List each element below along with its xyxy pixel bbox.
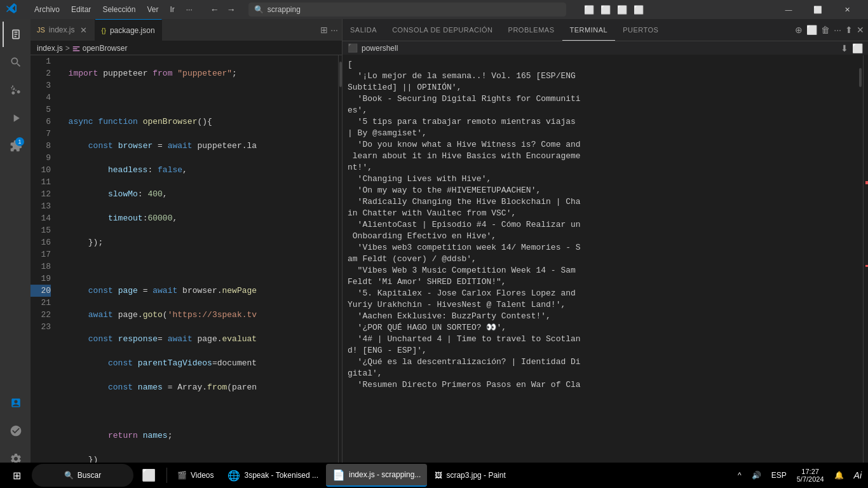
code-editor[interactable]: 1 2 3 4 5 6 7 8 9 10 11 12 13 14 15 16 1 bbox=[31, 55, 342, 474]
code-line-7: timeout:60000, bbox=[58, 212, 338, 224]
tab-actions: ⊞ ··· bbox=[316, 19, 342, 41]
search-bar[interactable]: 🔍 Buscar bbox=[32, 464, 133, 487]
nav-forward[interactable]: → bbox=[224, 3, 238, 16]
kill-terminal-icon[interactable]: 🗑 bbox=[821, 25, 830, 35]
activity-source-control[interactable] bbox=[3, 78, 28, 103]
tray-language[interactable]: ESP bbox=[768, 468, 790, 482]
panel-tab-terminal[interactable]: TERMINAL bbox=[562, 19, 616, 41]
split-terminal-icon[interactable]: ⬜ bbox=[806, 25, 817, 35]
panel-tab-salida[interactable]: SALIDA bbox=[342, 19, 384, 41]
tray-notifications[interactable]: 🔔 bbox=[831, 468, 848, 482]
tab-js-icon: JS bbox=[37, 26, 45, 34]
videos-icon: 🎬 bbox=[177, 471, 187, 480]
task-view-button[interactable]: ⬜ bbox=[135, 464, 163, 487]
minimize-button[interactable]: — bbox=[774, 0, 803, 19]
tab-label: index.js bbox=[49, 25, 75, 34]
paint-label: scrap3.jpg - Paint bbox=[446, 471, 505, 480]
code-line-5: headless: false, bbox=[58, 164, 338, 176]
breadcrumb-file[interactable]: index.js bbox=[37, 44, 63, 53]
code-line-2 bbox=[58, 92, 338, 104]
menu-more[interactable]: ··· bbox=[181, 4, 198, 15]
vscode-icon bbox=[6, 3, 17, 16]
menu-archivo[interactable]: Archivo bbox=[29, 4, 65, 15]
code-line-9 bbox=[58, 261, 338, 273]
activity-search[interactable] bbox=[3, 50, 28, 75]
toggle-panel-icon[interactable]: ⬜ bbox=[598, 4, 613, 16]
titlebar: Archivo Editar Selección Ver Ir ··· ← → … bbox=[0, 0, 868, 19]
taskbar-app-vscode[interactable]: 📄 index.js - scrapping... bbox=[326, 464, 427, 487]
task-view-icon: ⬜ bbox=[142, 468, 156, 482]
nav-back[interactable]: ← bbox=[208, 3, 222, 16]
taskbar-separator bbox=[166, 468, 167, 483]
panel-tab-problemas[interactable]: PROBLEMAS bbox=[501, 19, 562, 41]
tray-volume[interactable]: 🔊 bbox=[748, 468, 765, 482]
windows-icon: ⊞ bbox=[13, 470, 21, 482]
powershell-icon: ⬛ bbox=[348, 43, 358, 53]
terminal-label[interactable]: powershell bbox=[362, 44, 398, 53]
tab-package-json[interactable]: {} package.json bbox=[95, 19, 162, 41]
panel-scrollbar[interactable] bbox=[858, 55, 863, 474]
taskbar-app-videos[interactable]: 🎬 Videos bbox=[171, 464, 220, 487]
toggle-sidebar-icon[interactable]: ⬜ bbox=[581, 4, 597, 16]
code-line-15 bbox=[58, 405, 338, 417]
code-line-1: import puppeteer from "puppeteer"; bbox=[58, 67, 338, 79]
tab-close-icon[interactable]: ✕ bbox=[79, 24, 88, 36]
window-controls: — ⬜ ✕ bbox=[774, 0, 862, 19]
close-button[interactable]: ✕ bbox=[832, 0, 862, 19]
menu-bar: Archivo Editar Selección Ver Ir ··· bbox=[29, 4, 198, 15]
code-line-13: const parentTagVideos=document bbox=[58, 357, 338, 369]
menu-editar[interactable]: Editar bbox=[66, 4, 96, 15]
tab-json-icon: {} bbox=[102, 27, 106, 34]
terminal-content[interactable]: [ '¡Lo mejor de la semana..! Vol. 165 [E… bbox=[342, 55, 858, 474]
panel-close-icon[interactable]: ✕ bbox=[857, 25, 864, 35]
toggle-editor-icon[interactable]: ⬜ bbox=[614, 4, 630, 16]
activity-accounts[interactable] bbox=[3, 418, 28, 444]
code-line-12: const response= await page.evaluat bbox=[58, 333, 338, 345]
ai-label[interactable]: Ai bbox=[850, 468, 865, 483]
3speak-label: 3speak - Tokenised ... bbox=[244, 471, 318, 480]
activity-run[interactable] bbox=[3, 105, 28, 131]
more-terminal-icon[interactable]: ··· bbox=[834, 25, 841, 35]
start-button[interactable]: ⊞ bbox=[3, 464, 31, 487]
code-line-10: const page = await browser.newPage bbox=[58, 285, 338, 297]
breadcrumb-symbol[interactable]: openBrowser bbox=[72, 44, 128, 53]
code-line-16: return names; bbox=[58, 430, 338, 442]
menu-seleccion[interactable]: Selección bbox=[97, 4, 140, 15]
tray-clock[interactable]: 17:275/7/2024 bbox=[793, 465, 828, 485]
panel-tab-actions: ⊕ ⬜ 🗑 ··· ⬆ ✕ bbox=[791, 19, 868, 41]
new-terminal-icon[interactable]: ⊕ bbox=[795, 25, 803, 35]
panel-maximize-icon[interactable]: ⬆ bbox=[845, 25, 853, 35]
search-label: Buscar bbox=[78, 471, 101, 480]
nav-arrows: ← → bbox=[208, 3, 238, 16]
maximize-button[interactable]: ⬜ bbox=[803, 0, 832, 19]
activity-files[interactable] bbox=[3, 22, 28, 47]
maximize-panel-icon[interactable]: ⬜ bbox=[852, 43, 863, 53]
menu-ir[interactable]: Ir bbox=[165, 4, 179, 15]
taskbar-app-3speak[interactable]: 🌐 3speak - Tokenised ... bbox=[221, 464, 325, 487]
command-palette[interactable]: 🔍 bbox=[248, 3, 566, 17]
split-editor-icon[interactable]: ⊞ bbox=[320, 25, 328, 35]
panel-tabs: SALIDA CONSOLA DE DEPURACIÓN PROBLEMAS T… bbox=[342, 19, 868, 41]
tab-index-js[interactable]: JS index.js ✕ bbox=[31, 19, 95, 41]
code-line-3: async function openBrowser(){ bbox=[58, 116, 338, 128]
taskbar-app-paint[interactable]: 🖼 scrap3.jpg - Paint bbox=[428, 464, 512, 487]
layout-options-icon[interactable]: ⬜ bbox=[631, 4, 646, 16]
panel-tab-puertos[interactable]: PUERTOS bbox=[615, 19, 666, 41]
layout-icons: ⬜ ⬜ ⬜ ⬜ bbox=[581, 4, 646, 16]
code-line-8: }); bbox=[58, 236, 338, 248]
activity-remote[interactable] bbox=[3, 390, 28, 416]
search-input[interactable] bbox=[268, 5, 560, 14]
activity-extensions[interactable]: 1 bbox=[3, 133, 28, 159]
paint-icon: 🖼 bbox=[435, 471, 442, 480]
code-content: import puppeteer from "puppeteer"; async… bbox=[56, 55, 338, 474]
extensions-badge: 1 bbox=[15, 137, 24, 146]
collapse-panel-icon[interactable]: ⬇ bbox=[841, 43, 848, 53]
menu-ver[interactable]: Ver bbox=[142, 4, 163, 15]
more-actions-icon[interactable]: ··· bbox=[330, 25, 338, 35]
videos-label: Videos bbox=[191, 471, 214, 480]
panel-tab-consola[interactable]: CONSOLA DE DEPURACIÓN bbox=[384, 19, 500, 41]
editor-area: JS index.js ✕ {} package.json ⊞ ··· inde… bbox=[31, 19, 342, 474]
tray-chevron[interactable]: ^ bbox=[734, 468, 745, 482]
vscode-task-icon: 📄 bbox=[332, 469, 345, 481]
browser-icon: 🌐 bbox=[227, 470, 240, 482]
